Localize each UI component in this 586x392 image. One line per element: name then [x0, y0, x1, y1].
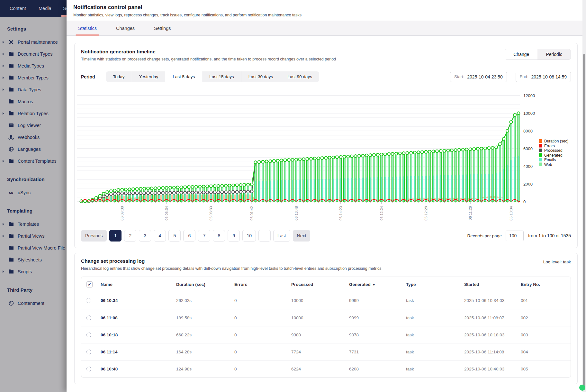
expand-caret-icon[interactable] [3, 235, 4, 237]
page-button-2[interactable]: 2 [124, 230, 136, 242]
page-button-4[interactable]: 4 [154, 230, 166, 242]
table-row[interactable]: 06 10:40124.98s062246208task2025-10-06 1… [81, 360, 571, 377]
expand-caret-icon[interactable] [3, 65, 4, 67]
expand-caret-icon[interactable] [3, 41, 4, 43]
next-page-button[interactable]: Next [293, 230, 311, 242]
cell-name[interactable]: 06 10:40 [101, 367, 176, 371]
vertical-scrollbar[interactable] [582, 0, 586, 392]
mode-toggle-periodic[interactable]: Periodic [537, 49, 571, 59]
expand-caret-icon[interactable] [3, 77, 4, 79]
sidebar-item-portal-maintenance[interactable]: Portal maintenance [0, 36, 67, 48]
row-select-circle[interactable] [86, 350, 91, 354]
row-select-circle[interactable] [86, 333, 91, 337]
end-date-input[interactable]: End: 2025-10-08 14:59 [516, 72, 571, 82]
page-ellipsis-button[interactable]: ... [258, 230, 271, 242]
folder-icon [8, 233, 14, 239]
cell-entry: 004 [521, 350, 571, 354]
mode-toggle-change[interactable]: Change [505, 49, 537, 59]
sidebar-item-partial-view-macro-file[interactable]: Partial View Macro File [0, 242, 67, 254]
table-row[interactable]: 06 11:08189.58s0100009999task2025-10-06 … [81, 309, 571, 326]
tab-settings[interactable]: Settings [151, 21, 174, 36]
cell-name[interactable]: 06 11:08 [101, 315, 176, 320]
last-page-button[interactable]: Last [273, 230, 290, 242]
period-last-90-days[interactable]: Last 90 days [280, 71, 319, 82]
select-all-checkbox[interactable]: ✓ [86, 281, 93, 287]
sidebar-item-media-types[interactable]: Media Types [0, 60, 67, 72]
sidebar-item-label: Stylesheets [18, 257, 42, 262]
svg-text:06 12:24: 06 12:24 [380, 206, 383, 220]
nav-item-content[interactable]: Content [10, 0, 26, 17]
timeline-subtitle: Timeline with statistics on processed ch… [81, 57, 336, 61]
column-header-name[interactable]: Name [101, 282, 176, 287]
sidebar-item-member-types[interactable]: Member Types [0, 72, 67, 84]
tab-changes[interactable]: Changes [113, 21, 138, 36]
sidebar-item-usync[interactable]: ∞uSync [0, 187, 67, 198]
tab-statistics[interactable]: Statistics [75, 21, 100, 36]
sidebar-item-languages[interactable]: Languages [0, 143, 67, 155]
expand-caret-icon[interactable] [3, 112, 4, 115]
period-last-5-days[interactable]: Last 5 days [165, 71, 202, 82]
nav-item-media[interactable]: Media [39, 0, 51, 17]
table-row[interactable]: 06 10:34262.02s0100009999task2025-10-06 … [81, 292, 571, 309]
column-header-type[interactable]: Type [406, 282, 464, 287]
records-input[interactable] [506, 231, 524, 241]
page-button-5[interactable]: 5 [168, 230, 181, 242]
table-row[interactable]: 06 11:14164.28s077247731task2025-10-06 1… [81, 343, 571, 360]
svg-text:Errors: Errors [544, 144, 555, 148]
cell-started: 2025-10-06 10:34:03 [464, 298, 521, 303]
column-header-duration-sec-[interactable]: Duration (sec) [176, 282, 234, 287]
sidebar-item-data-types[interactable]: Data Types [0, 84, 67, 96]
period-yesterday[interactable]: Yesterday [132, 71, 166, 82]
sidebar-section-templating: Templating [0, 208, 67, 214]
row-select-circle[interactable] [86, 367, 91, 371]
cell-generated: 7731 [349, 350, 406, 354]
page-button-10[interactable]: 10 [242, 230, 256, 242]
page-button-3[interactable]: 3 [139, 230, 151, 242]
date-range: Start: 2025-10-04 23:50 — End: 2025-10-0… [450, 72, 571, 82]
table-row[interactable]: 06 10:18660.22s093809378task2025-10-06 1… [81, 326, 571, 343]
sidebar-item-log-viewer[interactable]: Log Viewer [0, 119, 67, 131]
cell-duration: 124.98s [176, 367, 234, 371]
expand-caret-icon[interactable] [3, 88, 4, 91]
folder-icon [8, 221, 14, 227]
previous-page-button[interactable]: Previous [81, 230, 107, 242]
expand-caret-icon[interactable] [3, 53, 4, 55]
svg-text:Duration (sec): Duration (sec) [544, 139, 568, 143]
expand-caret-icon[interactable] [3, 270, 4, 273]
period-last-15-days[interactable]: Last 15 days [202, 71, 241, 82]
scrollbar-thumb[interactable] [583, 54, 585, 388]
caret-placeholder [3, 191, 4, 194]
page-button-9[interactable]: 9 [228, 230, 240, 242]
sidebar-item-macros[interactable]: Macros [0, 96, 67, 107]
row-select-circle[interactable] [86, 315, 91, 320]
sidebar-item-webhooks[interactable]: Webhooks [0, 131, 67, 143]
row-select-circle[interactable] [86, 298, 91, 303]
sidebar-item-relation-types[interactable]: Relation Types [0, 107, 67, 119]
column-header-errors[interactable]: Errors [234, 282, 291, 287]
column-header-started[interactable]: Started [464, 282, 521, 287]
period-last-30-days[interactable]: Last 30 days [241, 71, 280, 82]
column-header-processed[interactable]: Processed [291, 282, 349, 287]
sidebar-item-stylesheets[interactable]: Stylesheets [0, 254, 67, 266]
expand-caret-icon[interactable] [3, 223, 4, 225]
column-header-generated[interactable]: Generated▼ [349, 282, 406, 287]
period-today[interactable]: Today [106, 71, 132, 82]
sidebar-item-templates[interactable]: Templates [0, 218, 67, 230]
expand-caret-icon[interactable] [3, 160, 4, 162]
sidebar-item-document-types[interactable]: Document Types [0, 48, 67, 60]
cell-type: task [406, 350, 464, 354]
sidebar-item-contentment[interactable]: Contentment [0, 297, 67, 309]
sidebar-item-partial-views[interactable]: Partial Views [0, 230, 67, 242]
page-button-6[interactable]: 6 [183, 230, 195, 242]
start-date-input[interactable]: Start: 2025-10-04 23:50 [450, 72, 507, 82]
records-range-text: from 1 to 100 of 1535 [528, 233, 571, 238]
cell-name[interactable]: 06 11:14 [101, 350, 176, 354]
cell-name[interactable]: 06 10:34 [101, 298, 176, 303]
column-header-entry-no-[interactable]: Entry No. [521, 282, 571, 287]
page-button-7[interactable]: 7 [198, 230, 210, 242]
page-button-8[interactable]: 8 [213, 230, 225, 242]
cell-name[interactable]: 06 10:18 [101, 333, 176, 337]
sidebar-item-scripts[interactable]: Scripts [0, 266, 67, 278]
page-button-1[interactable]: 1 [109, 230, 122, 242]
sidebar-item-content-templates[interactable]: Content Templates [0, 155, 67, 167]
